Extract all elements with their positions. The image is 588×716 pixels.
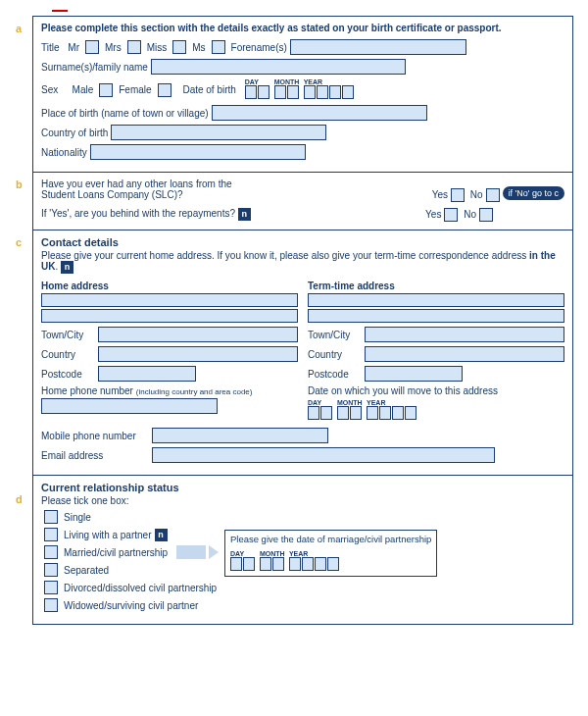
section-d: d Current relationship status Please tic… xyxy=(33,476,572,624)
dob-date-group: DAY MONTH YEAR xyxy=(245,78,355,101)
separated-checkbox[interactable] xyxy=(44,563,58,577)
note-icon: n xyxy=(238,208,251,221)
mar-m1[interactable] xyxy=(260,557,271,571)
home-postcode-input[interactable] xyxy=(98,366,196,382)
miss-checkbox[interactable] xyxy=(172,40,186,54)
cob-label: Country of birth xyxy=(41,128,108,138)
contact-intro-text: Please give your current home address. I… xyxy=(41,250,529,261)
term-postcode-input[interactable] xyxy=(365,366,463,382)
marriage-date-box: Please give the date of marriage/civil p… xyxy=(224,530,437,577)
move-y4[interactable] xyxy=(405,406,416,420)
move-y1[interactable] xyxy=(367,406,378,420)
nat-input[interactable] xyxy=(90,144,306,160)
mar-year-label: YEAR xyxy=(289,550,308,557)
b-no1-checkbox[interactable] xyxy=(486,188,500,202)
home-country-input[interactable] xyxy=(98,346,298,362)
goto-c-badge: if 'No' go to c xyxy=(503,186,564,200)
dob-year3[interactable] xyxy=(329,85,341,99)
term-country-input[interactable] xyxy=(365,346,564,362)
term-town-label: Town/City xyxy=(308,330,362,340)
living-checkbox[interactable] xyxy=(44,528,58,541)
dob-month1[interactable] xyxy=(274,85,286,99)
home-phone-input[interactable] xyxy=(41,398,218,414)
female-label: Female xyxy=(119,84,151,95)
section-a-instruction: Please complete this section with the de… xyxy=(41,23,564,33)
sex-label: Sex xyxy=(41,84,58,95)
move-d2[interactable] xyxy=(320,406,332,420)
move-d1[interactable] xyxy=(308,406,319,420)
ms-checkbox[interactable] xyxy=(212,40,225,54)
b-yes2-label: Yes xyxy=(425,209,441,220)
move-month-label: MONTH xyxy=(337,399,363,406)
movedate-label: Date on which you will move to this addr… xyxy=(308,385,564,396)
mobile-label: Mobile phone number xyxy=(41,431,149,441)
living-label: Living with a partner xyxy=(64,530,152,540)
forenames-label: Forename(s) xyxy=(231,42,287,53)
home-town-input[interactable] xyxy=(98,327,298,342)
section-b: b Have you ever had any other loans from… xyxy=(33,173,572,230)
pob-label: Place of birth (name of town or village) xyxy=(41,108,209,119)
move-y2[interactable] xyxy=(379,406,391,420)
surname-label: Surname(s)/family name xyxy=(41,62,148,73)
term-addr-line1[interactable] xyxy=(308,293,564,307)
separated-label: Separated xyxy=(64,565,109,576)
tick-one-label: Please tick one box: xyxy=(41,495,564,506)
widowed-checkbox[interactable] xyxy=(44,598,58,612)
female-checkbox[interactable] xyxy=(158,83,172,97)
term-town-input[interactable] xyxy=(365,327,564,342)
male-checkbox[interactable] xyxy=(99,83,113,97)
mar-y3[interactable] xyxy=(315,557,326,571)
form-wrapper: a Please complete this section with the … xyxy=(32,10,573,625)
dob-year2[interactable] xyxy=(317,85,328,99)
dob-month2[interactable] xyxy=(287,85,299,99)
b-no2-checkbox[interactable] xyxy=(479,208,493,222)
note-icon: n xyxy=(155,529,168,541)
marker-c: c xyxy=(16,236,22,248)
mar-y2[interactable] xyxy=(302,557,314,571)
pob-input[interactable] xyxy=(212,105,427,121)
mar-m2[interactable] xyxy=(272,557,284,571)
mr-label: Mr xyxy=(68,42,79,53)
contact-heading: Contact details xyxy=(41,236,564,248)
mar-day-label: DAY xyxy=(230,550,244,557)
contact-intro: Please give your current home address. I… xyxy=(41,250,564,274)
dob-year1[interactable] xyxy=(304,85,316,99)
move-year-label: YEAR xyxy=(367,399,385,406)
home-phone-label: Home phone number (including country and… xyxy=(41,385,298,396)
note-icon: n xyxy=(61,261,74,274)
home-postcode-label: Postcode xyxy=(41,369,95,380)
dob-year4[interactable] xyxy=(342,85,354,99)
home-addr-line2[interactable] xyxy=(41,309,298,323)
mar-y1[interactable] xyxy=(289,557,301,571)
dob-day1[interactable] xyxy=(245,85,257,99)
mar-d1[interactable] xyxy=(230,557,242,571)
surname-input[interactable] xyxy=(151,59,406,75)
move-m1[interactable] xyxy=(337,406,349,420)
divorced-checkbox[interactable] xyxy=(44,581,58,594)
mar-d2[interactable] xyxy=(243,557,255,571)
cob-input[interactable] xyxy=(111,125,326,140)
mar-y4[interactable] xyxy=(327,557,339,571)
single-checkbox[interactable] xyxy=(44,510,58,524)
email-input[interactable] xyxy=(152,447,495,463)
dob-year-label: YEAR xyxy=(304,78,322,85)
relationship-heading: Current relationship status xyxy=(41,482,564,493)
married-label: Married/civil partnership xyxy=(64,547,168,558)
b-yes2-checkbox[interactable] xyxy=(444,208,458,222)
home-address-heading: Home address xyxy=(41,281,298,291)
divorced-label: Divorced/dissolved civil partnership xyxy=(64,583,217,593)
dob-day2[interactable] xyxy=(258,85,270,99)
married-checkbox[interactable] xyxy=(44,545,58,559)
mobile-input[interactable] xyxy=(152,428,328,443)
term-addr-line2[interactable] xyxy=(308,309,564,323)
move-y3[interactable] xyxy=(392,406,404,420)
b-yes1-checkbox[interactable] xyxy=(451,188,465,202)
forenames-input[interactable] xyxy=(290,39,466,55)
mrs-checkbox[interactable] xyxy=(127,40,141,54)
move-m2[interactable] xyxy=(350,406,362,420)
home-addr-line1[interactable] xyxy=(41,293,298,307)
arrow-icon xyxy=(209,545,219,559)
b-q1-line2: Student Loans Company (SLC)? xyxy=(41,189,232,200)
mr-checkbox[interactable] xyxy=(85,40,99,54)
marker-d: d xyxy=(16,493,23,505)
